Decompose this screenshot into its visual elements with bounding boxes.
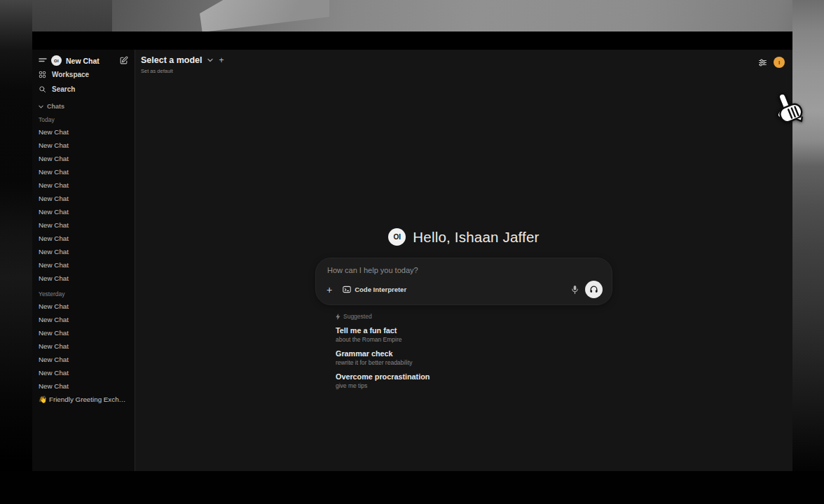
- suggested-section: Suggested Tell me a fun factabout the Ro…: [315, 313, 612, 389]
- controls-sliders-icon[interactable]: [758, 58, 767, 67]
- sidebar-item-search[interactable]: Search: [32, 82, 135, 97]
- voice-call-button[interactable]: [585, 281, 603, 298]
- chat-list-item[interactable]: New Chat: [32, 326, 135, 340]
- desktop-background-right: [792, 0, 824, 504]
- chat-list-item[interactable]: New Chat: [32, 379, 135, 393]
- desktop-background-top: [0, 0, 824, 32]
- app-logo: OI: [388, 228, 406, 246]
- chat-list-item[interactable]: New Chat: [32, 218, 135, 232]
- chat-list-item[interactable]: New Chat: [32, 366, 135, 379]
- chat-list-item[interactable]: New Chat: [32, 353, 135, 366]
- chat-list-item[interactable]: New Chat: [32, 192, 135, 205]
- user-avatar[interactable]: I: [774, 57, 785, 68]
- suggestion-title: Tell me a fun fact: [336, 326, 612, 335]
- suggestion-title: Overcome procrastination: [336, 372, 612, 381]
- desktop: OI New Chat Workspace Searc: [0, 0, 824, 504]
- chat-list-item[interactable]: New Chat: [32, 178, 135, 192]
- chat-group-label: Yesterday: [32, 285, 135, 300]
- add-model-button[interactable]: +: [218, 57, 226, 64]
- chat-list: TodayNew ChatNew ChatNew ChatNew ChatNew…: [32, 111, 135, 471]
- main-header: Select a model + Set as default I: [135, 50, 792, 74]
- code-interpreter-toggle[interactable]: Code Interpreter: [340, 284, 409, 295]
- chats-section-label: Chats: [47, 103, 64, 110]
- model-selector-label: Select a model: [141, 55, 202, 65]
- microphone-icon[interactable]: [571, 285, 579, 295]
- chat-list-item[interactable]: New Chat: [32, 165, 135, 178]
- set-as-default-button[interactable]: Set as default: [141, 68, 226, 74]
- suggestion-item[interactable]: Overcome procrastinationgive me tips: [336, 372, 612, 389]
- message-composer[interactable]: How can I help you today? + Code Interpr…: [315, 258, 612, 305]
- desktop-background-left: [0, 0, 32, 504]
- search-label: Search: [52, 85, 75, 93]
- desktop-background-bottom: [0, 471, 824, 504]
- suggested-header: Suggested: [336, 313, 612, 320]
- chat-list-item[interactable]: New Chat: [32, 313, 135, 326]
- workspace-label: Workspace: [52, 71, 89, 78]
- sidebar: OI New Chat Workspace Searc: [32, 50, 135, 471]
- app-window: OI New Chat Workspace Searc: [32, 31, 792, 471]
- suggestion-item[interactable]: Grammar checkrewrite it for better reada…: [336, 349, 612, 366]
- chat-list-item[interactable]: New Chat: [32, 139, 135, 152]
- headphones-icon: [589, 285, 598, 294]
- chat-list-item[interactable]: 👋 Friendly Greeting Exchange: [32, 393, 135, 406]
- chevron-down-icon: [39, 105, 43, 108]
- chat-group-label: Today: [32, 111, 135, 125]
- chat-list-item[interactable]: New Chat: [32, 272, 135, 285]
- code-interpreter-icon: [343, 286, 351, 293]
- new-chat-icon[interactable]: [119, 56, 128, 65]
- home-content: OI Hello, Ishaan Jaffer How can I help y…: [315, 228, 612, 389]
- attach-button[interactable]: +: [325, 286, 334, 294]
- chat-list-item[interactable]: New Chat: [32, 205, 135, 218]
- chevron-down-icon: [207, 58, 213, 62]
- chat-list-item[interactable]: New Chat: [32, 258, 135, 272]
- chat-list-item[interactable]: New Chat: [32, 300, 135, 313]
- suggestion-item[interactable]: Tell me a fun factabout the Roman Empire: [336, 326, 612, 343]
- app-logo: OI: [51, 55, 62, 66]
- sidebar-title: New Chat: [66, 57, 115, 65]
- sidebar-header: OI New Chat: [32, 50, 135, 67]
- suggested-label: Suggested: [343, 313, 372, 320]
- greeting: OI Hello, Ishaan Jaffer: [315, 228, 612, 246]
- code-interpreter-label: Code Interpreter: [355, 286, 406, 293]
- sidebar-item-workspace[interactable]: Workspace: [32, 67, 135, 82]
- suggestion-title: Grammar check: [336, 349, 612, 358]
- search-icon: [39, 85, 46, 93]
- greeting-text: Hello, Ishaan Jaffer: [413, 229, 539, 246]
- sidebar-toggle-icon[interactable]: [39, 57, 47, 64]
- bolt-icon: [336, 314, 341, 320]
- suggestion-subtitle: rewrite it for better readability: [336, 359, 612, 366]
- message-input[interactable]: How can I help you today?: [325, 266, 603, 274]
- main-panel: Select a model + Set as default I: [135, 50, 792, 471]
- model-selector[interactable]: Select a model +: [141, 55, 226, 65]
- workspace-grid-icon: [39, 71, 46, 78]
- suggestion-subtitle: give me tips: [336, 382, 612, 389]
- chats-section-toggle[interactable]: Chats: [32, 97, 135, 111]
- chat-list-item[interactable]: New Chat: [32, 245, 135, 258]
- suggestion-subtitle: about the Roman Empire: [336, 336, 612, 343]
- chat-list-item[interactable]: New Chat: [32, 152, 135, 165]
- suggestion-list: Tell me a fun factabout the Roman Empire…: [336, 326, 612, 389]
- window-titlebar: [32, 31, 792, 50]
- chat-list-item[interactable]: New Chat: [32, 125, 135, 139]
- chat-list-item[interactable]: New Chat: [32, 232, 135, 245]
- chat-list-item[interactable]: New Chat: [32, 340, 135, 353]
